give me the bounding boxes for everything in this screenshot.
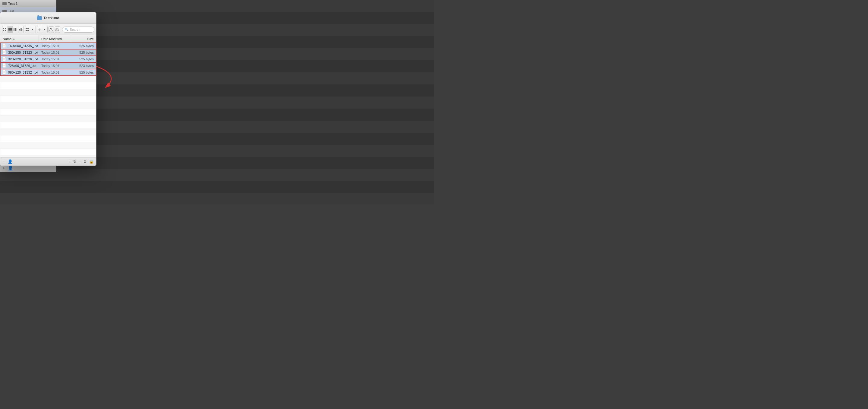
file-size: 523 bytes xyxy=(72,64,96,67)
app-title-bar: Test 2 xyxy=(0,0,56,7)
file-row-empty xyxy=(0,136,96,142)
file-name: 160x600_31335_.txt xyxy=(8,44,38,48)
svg-rect-4 xyxy=(8,28,12,29)
file-row-empty xyxy=(0,102,96,109)
file-name-cell: 728x90_31329_.txt xyxy=(0,63,39,68)
file-name-cell: 300x250_31323_.txt xyxy=(0,50,39,55)
svg-rect-1 xyxy=(5,28,6,29)
finder-title: Testkund xyxy=(43,16,59,20)
file-list: 160x600_31335_.txt Today 15:01 525 bytes… xyxy=(0,42,96,157)
file-row-empty xyxy=(0,96,96,102)
sort-arrow-icon: ▲ xyxy=(13,37,15,40)
minus-finder-btn[interactable]: − xyxy=(79,159,81,164)
col-date-header[interactable]: Date Modified xyxy=(39,35,72,42)
finder-window: Testkund ▾ ⚙ ▾ xyxy=(0,12,96,166)
file-txt-icon xyxy=(3,70,7,75)
user-finder-btn[interactable]: 👤 xyxy=(7,159,13,164)
search-placeholder: Search xyxy=(70,28,80,31)
file-txt-icon xyxy=(3,57,7,61)
finder-title-group: Testkund xyxy=(37,16,59,20)
file-txt-icon xyxy=(3,43,7,48)
file-name: 320x320_31326_.txt xyxy=(8,57,38,61)
app-disk-icon xyxy=(2,2,7,5)
file-date: Today 15:01 xyxy=(39,57,72,61)
add-finder-btn[interactable]: + xyxy=(3,159,5,164)
folder-icon xyxy=(37,16,42,20)
view-mode-group xyxy=(2,26,24,33)
svg-rect-3 xyxy=(5,30,6,31)
arrange-btn[interactable] xyxy=(25,26,30,33)
cover-view-btn[interactable] xyxy=(19,26,24,33)
svg-rect-16 xyxy=(27,30,29,31)
file-row-empty xyxy=(0,89,96,96)
search-box[interactable]: 🔍 Search xyxy=(62,27,94,33)
file-txt-icon xyxy=(3,63,7,68)
svg-rect-0 xyxy=(3,28,4,29)
col-name-header[interactable]: Name ▲ xyxy=(0,35,39,42)
svg-rect-17 xyxy=(55,29,59,31)
svg-rect-6 xyxy=(8,30,12,31)
svg-rect-11 xyxy=(21,28,22,31)
file-date: Today 15:01 xyxy=(39,64,72,67)
file-row-empty xyxy=(0,116,96,122)
svg-rect-9 xyxy=(17,28,17,31)
file-txt-icon xyxy=(3,50,7,55)
svg-rect-12 xyxy=(23,29,23,30)
group-btn-group: ▾ xyxy=(25,26,36,33)
svg-rect-5 xyxy=(8,29,12,30)
file-date: Today 15:01 xyxy=(39,44,72,48)
file-name-cell: 980x120_31332_.txt xyxy=(0,70,39,75)
file-row-empty xyxy=(0,122,96,129)
icon-view-btn[interactable] xyxy=(2,26,8,33)
user-bottom-btn[interactable]: 👤 xyxy=(8,166,13,170)
file-row[interactable]: 300x250_31323_.txt Today 15:01 525 bytes xyxy=(0,49,96,56)
lock-finder-btn[interactable]: 🔒 xyxy=(89,159,94,164)
action-btn[interactable]: ⚙ xyxy=(37,26,42,33)
svg-rect-10 xyxy=(19,29,20,30)
svg-rect-14 xyxy=(27,28,29,29)
file-row-empty xyxy=(0,142,96,149)
search-icon: 🔍 xyxy=(65,28,68,31)
column-headers: Name ▲ Date Modified Size xyxy=(0,35,96,42)
file-row-empty xyxy=(0,149,96,155)
share-btn[interactable] xyxy=(49,26,54,33)
file-size: 525 bytes xyxy=(72,44,96,48)
svg-rect-8 xyxy=(15,28,16,31)
tag-btn[interactable] xyxy=(55,26,60,33)
add-bottom-btn[interactable]: + xyxy=(2,166,5,170)
file-row[interactable]: 160x600_31335_.txt Today 15:01 525 bytes xyxy=(0,42,96,49)
app-title: Test 2 xyxy=(8,2,18,5)
file-row-empty xyxy=(0,109,96,116)
file-size: 525 bytes xyxy=(72,70,96,74)
file-row-empty xyxy=(0,129,96,136)
file-date: Today 15:01 xyxy=(39,51,72,54)
column-view-btn[interactable] xyxy=(13,26,19,33)
file-row-empty xyxy=(0,76,96,82)
col-size-header[interactable]: Size xyxy=(72,35,96,42)
file-row[interactable]: 980x120_31332_.txt Today 15:01 525 bytes xyxy=(0,69,96,76)
file-row-empty xyxy=(0,82,96,89)
file-row[interactable]: 728x90_31329_.txt Today 15:01 523 bytes xyxy=(0,62,96,69)
file-date: Today 15:01 xyxy=(39,70,72,74)
svg-rect-15 xyxy=(26,30,27,31)
svg-point-18 xyxy=(56,29,57,30)
file-name: 300x250_31323_.txt xyxy=(8,51,38,54)
file-name: 728x90_31329_.txt xyxy=(8,64,36,67)
finder-title-bar: Testkund xyxy=(0,12,96,24)
file-row[interactable]: 320x320_31326_.txt Today 15:01 525 bytes xyxy=(0,56,96,62)
file-name: 980x120_31332_.txt xyxy=(8,70,38,74)
svg-rect-7 xyxy=(13,28,14,31)
upload-finder-btn[interactable]: ↑ xyxy=(69,159,71,164)
arrange-chevron-btn[interactable]: ▾ xyxy=(30,26,35,33)
svg-rect-2 xyxy=(3,30,4,31)
svg-rect-13 xyxy=(26,28,27,29)
finder-toolbar: ▾ ⚙ ▾ 🔍 Search xyxy=(0,24,96,35)
file-name-cell: 160x600_31335_.txt xyxy=(0,43,39,48)
action-chevron-btn[interactable]: ▾ xyxy=(42,26,47,33)
finder-bottom-bar: + 👤 ↑ ↻ − ⚙ 🔒 xyxy=(0,157,96,166)
action-btn-group: ⚙ ▾ xyxy=(37,26,48,33)
refresh-finder-btn[interactable]: ↻ xyxy=(73,159,76,164)
file-name-cell: 320x320_31326_.txt xyxy=(0,57,39,61)
list-view-btn[interactable] xyxy=(8,26,13,33)
gear-finder-btn[interactable]: ⚙ xyxy=(84,159,87,164)
